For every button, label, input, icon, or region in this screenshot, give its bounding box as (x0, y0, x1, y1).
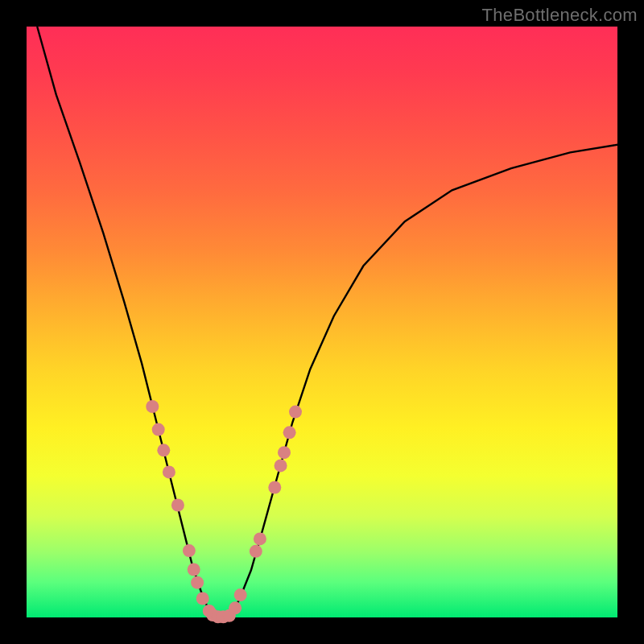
data-dot (191, 576, 204, 589)
curve-layer (27, 27, 617, 617)
data-dot (188, 564, 200, 576)
data-dot (278, 446, 291, 459)
data-dot (250, 545, 262, 558)
data-dot (146, 400, 159, 413)
data-dot (152, 423, 165, 436)
plot-area (27, 27, 617, 617)
data-dot (254, 532, 266, 545)
data-dot (234, 588, 247, 601)
data-dot (183, 544, 196, 557)
dot-cluster (146, 400, 302, 623)
v-curve (37, 27, 617, 617)
data-dot (171, 499, 184, 512)
data-dot (163, 465, 175, 478)
data-dot (289, 406, 302, 419)
watermark-text: TheBottleneck.com (482, 5, 638, 26)
data-dot (229, 601, 242, 614)
data-dot (283, 426, 296, 439)
data-dot (268, 481, 281, 494)
data-dot (157, 444, 170, 456)
chart-frame: TheBottleneck.com (0, 0, 644, 644)
data-dot (275, 459, 287, 472)
data-dot (196, 592, 209, 605)
